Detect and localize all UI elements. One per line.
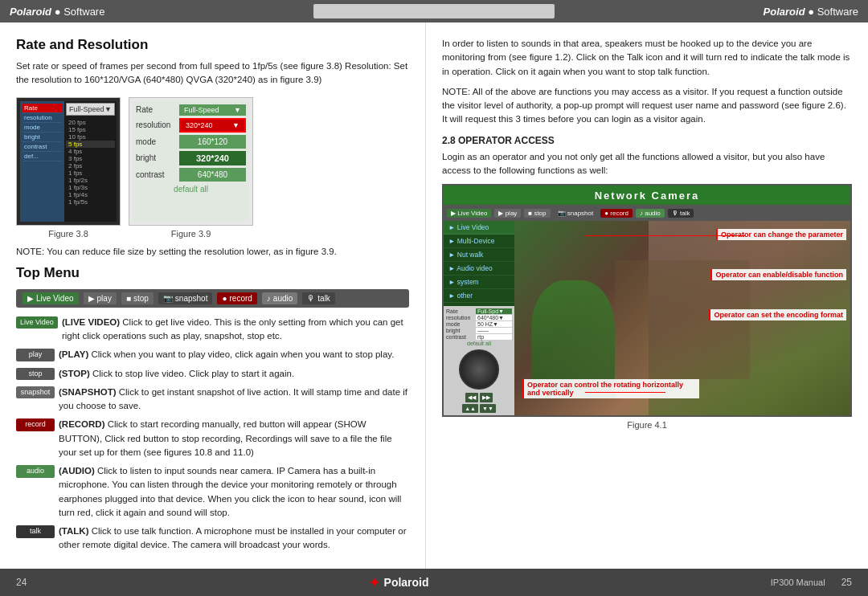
menu-item-play: play(PLAY) Click when you want to play v…	[16, 348, 409, 361]
menu-item-audio: audio(AUDIO) Click to listen to input so…	[16, 464, 409, 520]
annotation-2: Operator can enable/disable function	[710, 269, 846, 280]
figure-39-image: Rate Full-Speed▼ resolution 320*240▼	[129, 97, 253, 226]
menu-text-play: (PLAY) Click when you want to play video…	[59, 348, 409, 361]
brand-name-left: Polaroid	[10, 6, 51, 18]
menu-text-audio: (AUDIO) Click to listen to input sounds …	[59, 464, 409, 520]
snapshot-icon: 📷	[163, 294, 173, 303]
figure-39-container: Rate Full-Speed▼ resolution 320*240▼	[129, 97, 253, 239]
camera-joystick[interactable]	[459, 349, 499, 390]
fig38-menu: Rate resolution mode bright contrast def…	[20, 101, 64, 222]
footer-brand-name: Polaroid	[384, 576, 429, 589]
figure-38-label: Figure 3.8	[16, 229, 121, 239]
menu-item-snapshot: snapshot(SNAPSHOT) Click to get instant …	[16, 386, 409, 414]
cam-btn-2[interactable]: ▶▶	[480, 393, 493, 402]
menu-icon-stop[interactable]: stop	[16, 368, 55, 381]
camera-ui-screenshot: Network Camera Network Ca... Network C..…	[442, 184, 852, 417]
left-column: Rate and Resolution Set rate or speed of…	[0, 22, 426, 569]
cam-livevideo-btn[interactable]: ▶ Live Video	[447, 209, 491, 218]
cam-nav-other[interactable]: ► other	[444, 289, 514, 303]
stop-icon: ■	[126, 294, 131, 303]
audio-icon: ♪	[267, 294, 271, 303]
top-menu-toolbar: ▶ Live Video ▶ play ■ stop 📷 snapshot ● …	[16, 289, 409, 308]
cam-stop-btn[interactable]: ■ stop	[524, 209, 550, 218]
annotation-1: Operator can change the parameter	[716, 229, 846, 240]
right-column: In order to listen to sounds in that are…	[426, 22, 868, 569]
menu-item-live video: Live Video(LIVE VIDEO) Click to get live…	[16, 316, 409, 344]
toolbar-record[interactable]: ● record	[217, 292, 256, 304]
figure-38-container: Rate resolution mode bright contrast def…	[16, 97, 121, 239]
right-note2: NOTE: All of the above are functions you…	[442, 85, 852, 127]
camera-topbar: Network Camera	[444, 186, 850, 205]
record-icon: ●	[222, 294, 227, 303]
footer-manual-label: IP300 Manual	[771, 578, 825, 587]
cam-record-btn[interactable]: ● record	[600, 209, 633, 218]
menu-item-record: record(RECORD) Click to start recording …	[16, 418, 409, 459]
footer-page-left: 24	[16, 577, 27, 588]
cam-btn-4[interactable]: ▼▼	[480, 404, 496, 413]
header-search-bar[interactable]	[313, 4, 555, 18]
menu-icon-audio[interactable]: audio	[16, 465, 55, 478]
toolbar-livevideo[interactable]: ▶ Live Video	[23, 292, 79, 304]
cam-play-btn[interactable]: ▶ play	[494, 209, 521, 218]
menu-text-stop: (STOP) Click to stop live video. Click p…	[59, 367, 409, 381]
cam-nav-livevideo[interactable]: ► Live Video	[444, 221, 514, 235]
section2-title: Top Menu	[16, 265, 409, 281]
right-paragraph1: In order to listen to sounds in that are…	[442, 37, 852, 79]
menu-text-record: (RECORD) Click to start recording manual…	[59, 418, 409, 459]
figure-41-label: Figure 4.1	[442, 420, 852, 430]
toolbar-talk[interactable]: 🎙 talk	[302, 292, 335, 304]
camera-toolbar: ▶ Live Video ▶ play ■ stop 📷 snapshot ● …	[444, 205, 850, 221]
brand-separator-right: ●	[808, 6, 814, 18]
cam-audio-btn[interactable]: ♪ audio	[636, 209, 665, 218]
brand-suffix-left: Software	[63, 6, 104, 18]
menu-item-talk: talk(TALK) Click to use talk function. A…	[16, 525, 409, 553]
main-content: Rate and Resolution Set rate or speed of…	[0, 22, 868, 569]
annotation-4: Operator can control the rotating horizo…	[522, 379, 699, 398]
footer-page-right: 25	[841, 577, 852, 588]
camera-image: Operator can change the parameter Operat…	[514, 221, 850, 417]
menu-text-talk: (TALK) Click to use talk function. A mic…	[59, 525, 409, 553]
talk-icon: 🎙	[307, 294, 315, 303]
page-footer: 24 ✦ Polaroid IP300 Manual 25	[0, 569, 868, 596]
note-resolution: NOTE: You can reduce file size by settin…	[16, 245, 409, 259]
play-icon: ▶	[88, 294, 95, 303]
menu-icon-record[interactable]: record	[16, 418, 55, 431]
cam-btn-3[interactable]: ▲▲	[462, 404, 478, 413]
cam-snapshot-btn[interactable]: 📷 snapshot	[554, 209, 598, 218]
section1-title: Rate and Resolution	[16, 37, 409, 53]
menu-text-live video: (LIVE VIDEO) Click to get live video. Th…	[62, 316, 409, 344]
toolbar-audio[interactable]: ♪ audio	[262, 292, 297, 304]
toolbar-play[interactable]: ▶ play	[84, 292, 117, 304]
annotation-3: Operator can set the encoding format	[709, 309, 846, 320]
toolbar-snapshot[interactable]: 📷 snapshot	[158, 292, 213, 304]
menu-icon-talk[interactable]: talk	[16, 525, 55, 538]
cam-nav-nutwalk[interactable]: ► Nut walk	[444, 248, 514, 262]
figure-38-image: Rate resolution mode bright contrast def…	[16, 97, 121, 226]
page-header: Polaroid ● Software Polaroid ● Software	[0, 0, 868, 22]
toolbar-stop[interactable]: ■ stop	[121, 292, 154, 304]
cam-nav-audiovideo[interactable]: ► Audio video	[444, 262, 514, 276]
cam-nav-system[interactable]: ► system	[444, 276, 514, 289]
figures-row: Rate resolution mode bright contrast def…	[16, 97, 409, 239]
camera-main-area: ► Live Video ► Multi-Device ► Nut walk ►…	[444, 221, 850, 417]
menu-icon-live video[interactable]: Live Video	[16, 316, 58, 329]
header-brand-right: Polaroid ● Software	[764, 6, 858, 18]
footer-brand-center: ✦ Polaroid	[369, 575, 429, 590]
fig38-dropdown-panel: Full-Speed▼ 20 fps 15 fps 10 fps 5 fps 4…	[64, 101, 117, 222]
camera-nav-sidebar: ► Live Video ► Multi-Device ► Nut walk ►…	[444, 221, 514, 417]
cam-btn-1[interactable]: ◀◀	[465, 393, 478, 402]
operator-access-heading: 2.8 OPERATOR ACCESS	[442, 135, 852, 146]
brand-separator-left: ●	[55, 6, 61, 18]
livevideo-icon: ▶	[27, 294, 34, 303]
menu-icon-play[interactable]: play	[16, 349, 55, 361]
header-brand-left: Polaroid ● Software	[10, 6, 104, 18]
cam-nav-multidevice[interactable]: ► Multi-Device	[444, 235, 514, 248]
menu-icon-snapshot[interactable]: snapshot	[16, 386, 55, 399]
brand-name-right: Polaroid	[764, 6, 805, 18]
cam-talk-btn[interactable]: 🎙 talk	[668, 209, 694, 218]
menu-text-snapshot: (SNAPSHOT) Click to get instant snapshot…	[59, 386, 409, 414]
brand-suffix-right: Software	[817, 6, 858, 18]
menu-items-list: Live Video(LIVE VIDEO) Click to get live…	[16, 316, 409, 553]
operator-access-paragraph: Login as an operator and you not only ge…	[442, 150, 852, 178]
menu-item-stop: stop(STOP) Click to stop live video. Cli…	[16, 367, 409, 381]
